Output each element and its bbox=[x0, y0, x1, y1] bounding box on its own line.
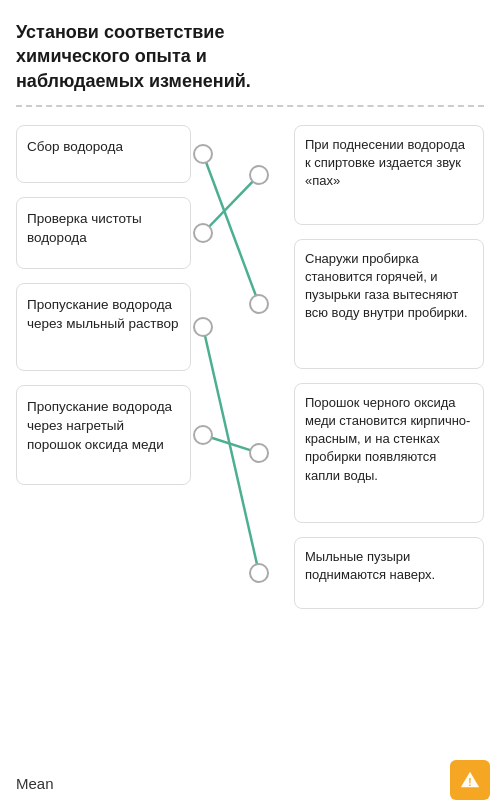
left-card-1-text: Сбор водорода bbox=[27, 139, 123, 154]
svg-point-4 bbox=[194, 145, 212, 163]
connector-area bbox=[191, 125, 271, 609]
right-card-3[interactable]: Порошок черного оксида меди становится к… bbox=[294, 383, 484, 523]
svg-point-7 bbox=[194, 426, 212, 444]
right-column: При поднесении водорода к спиртовке изда… bbox=[294, 125, 484, 609]
right-card-2[interactable]: Снаружи пробирка становится горячей, и п… bbox=[294, 239, 484, 369]
right-card-2-text: Снаружи пробирка становится горячей, и п… bbox=[305, 251, 468, 321]
left-card-2-text: Проверка чистоты водорода bbox=[27, 211, 142, 245]
svg-line-2 bbox=[203, 175, 259, 233]
page-container: Установи соответствие химического опыта … bbox=[0, 0, 500, 810]
left-column: Сбор водорода Проверка чистоты водорода … bbox=[16, 125, 191, 485]
right-card-4-text: Мыльные пузыри поднимаются наверх. bbox=[305, 549, 435, 582]
svg-point-6 bbox=[194, 318, 212, 336]
page-title: Установи соответствие химического опыта … bbox=[16, 20, 336, 93]
svg-point-10 bbox=[250, 444, 268, 462]
left-card-4[interactable]: Пропускание водорода через нагретый поро… bbox=[16, 385, 191, 485]
divider bbox=[16, 105, 484, 107]
left-card-3[interactable]: Пропускание водорода через мыльный раств… bbox=[16, 283, 191, 371]
left-card-4-text: Пропускание водорода через нагретый поро… bbox=[27, 399, 172, 452]
svg-text:!: ! bbox=[468, 777, 471, 788]
right-card-1[interactable]: При поднесении водорода к спиртовке изда… bbox=[294, 125, 484, 225]
svg-point-9 bbox=[250, 295, 268, 313]
warning-badge[interactable]: ! bbox=[450, 760, 490, 800]
left-card-1[interactable]: Сбор водорода bbox=[16, 125, 191, 183]
left-card-2[interactable]: Проверка чистоты водорода bbox=[16, 197, 191, 269]
matching-area: Сбор водорода Проверка чистоты водорода … bbox=[16, 125, 484, 609]
svg-point-11 bbox=[250, 564, 268, 582]
warning-icon: ! bbox=[459, 769, 481, 791]
right-card-4[interactable]: Мыльные пузыри поднимаются наверх. bbox=[294, 537, 484, 609]
svg-point-8 bbox=[250, 166, 268, 184]
connector-svg bbox=[191, 125, 271, 609]
left-card-3-text: Пропускание водорода через мыльный раств… bbox=[27, 297, 179, 331]
svg-point-5 bbox=[194, 224, 212, 242]
right-card-1-text: При поднесении водорода к спиртовке изда… bbox=[305, 137, 465, 188]
right-card-3-text: Порошок черного оксида меди становится к… bbox=[305, 395, 470, 483]
mean-label: Mean bbox=[16, 775, 54, 792]
